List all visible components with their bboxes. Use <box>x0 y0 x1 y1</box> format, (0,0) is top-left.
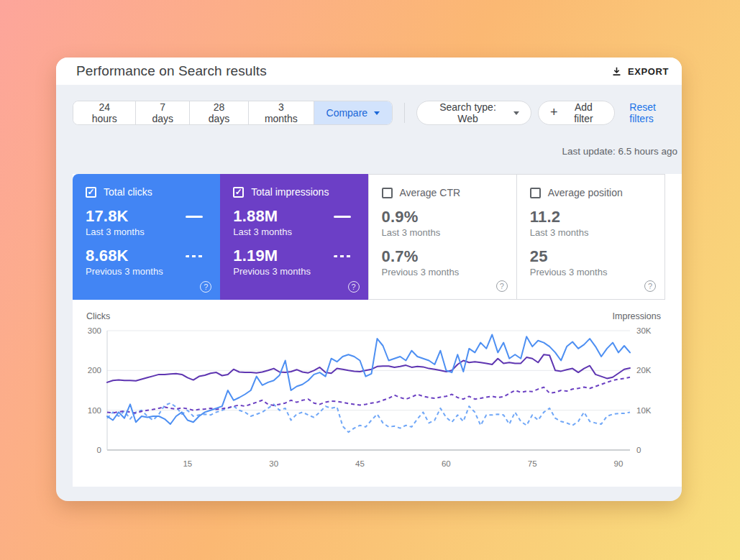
panel-header: Performance on Search results EXPORT <box>56 58 682 85</box>
help-icon[interactable]: ? <box>200 281 211 293</box>
metric-period-previous: Previous 3 months <box>530 267 652 277</box>
metric-value-previous: 25 <box>530 247 548 266</box>
metric-value-previous: 0.7% <box>382 247 419 266</box>
add-filter-button[interactable]: + Add filter <box>538 101 615 125</box>
metric-current-row: 1.88M <box>233 207 355 226</box>
metric-checkbox-row: Average position <box>530 187 652 198</box>
metric-card-average-position[interactable]: Average position 11.2 Last 3 months 25 P… <box>517 174 665 300</box>
solid-line-legend-icon <box>186 216 203 218</box>
help-icon[interactable]: ? <box>644 280 656 292</box>
range-24-hours[interactable]: 24 hours <box>73 101 135 124</box>
svg-text:75: 75 <box>528 459 537 468</box>
last-update-text: Last update: 6.5 hours ago <box>56 146 677 157</box>
metric-current-row: 0.9% <box>382 208 503 226</box>
add-filter-label: Add filter <box>564 101 603 124</box>
toolbar-divider <box>404 103 405 123</box>
metric-label: Average position <box>548 187 623 198</box>
svg-text:30: 30 <box>269 459 278 468</box>
svg-text:0: 0 <box>636 446 641 454</box>
metric-card-total-impressions[interactable]: Total impressions 1.88M Last 3 months 1.… <box>220 174 367 300</box>
performance-panel: Performance on Search results EXPORT 24 … <box>56 58 682 501</box>
metric-value-current: 11.2 <box>530 208 560 226</box>
filter-toolbar: 24 hours 7 days 28 days 3 months Compare… <box>56 85 682 125</box>
svg-text:90: 90 <box>614 459 623 468</box>
metric-checkbox-row: Total clicks <box>86 186 207 198</box>
search-type-label: Search type: Web <box>429 101 507 124</box>
metric-card-total-clicks[interactable]: Total clicks 17.8K Last 3 months 8.68K P… <box>73 174 220 300</box>
metric-period-current: Last 3 months <box>530 227 652 238</box>
metrics-and-chart-panel: Total clicks 17.8K Last 3 months 8.68K P… <box>73 174 682 487</box>
metric-label: Total clicks <box>104 186 152 198</box>
help-icon[interactable]: ? <box>496 280 508 292</box>
total-clicks-checkbox[interactable] <box>86 187 96 198</box>
compare-tab[interactable]: Compare <box>314 101 393 124</box>
svg-text:60: 60 <box>442 459 451 468</box>
performance-chart: Clicks Impressions 30030K20020K10010K001… <box>73 300 682 487</box>
svg-text:20K: 20K <box>636 366 652 375</box>
metric-period-current: Last 3 months <box>86 226 207 237</box>
metric-cards-row: Total clicks 17.8K Last 3 months 8.68K P… <box>73 174 665 300</box>
date-range-group: 24 hours 7 days 28 days 3 months Compare <box>73 101 393 125</box>
gradient-background: Performance on Search results EXPORT 24 … <box>0 0 740 560</box>
metric-period-current: Last 3 months <box>382 227 503 238</box>
search-type-dropdown[interactable]: Search type: Web <box>416 101 531 125</box>
total-impressions-checkbox[interactable] <box>233 187 244 198</box>
help-icon[interactable]: ? <box>348 281 360 293</box>
metric-previous-row: 0.7% <box>382 247 503 266</box>
metric-previous-row: 1.19M <box>233 247 355 265</box>
svg-text:10K: 10K <box>636 406 652 415</box>
svg-text:0: 0 <box>97 446 101 454</box>
metric-previous-row: 25 <box>530 247 652 266</box>
metric-period-current: Last 3 months <box>233 226 355 237</box>
svg-text:300: 300 <box>88 326 101 335</box>
export-label: EXPORT <box>628 66 669 77</box>
metric-value-current: 1.88M <box>233 207 278 226</box>
export-button[interactable]: EXPORT <box>605 61 675 82</box>
average-ctr-checkbox[interactable] <box>382 188 393 198</box>
metric-value-previous: 8.68K <box>86 247 129 265</box>
dashed-line-legend-icon <box>334 255 351 257</box>
dashed-line-legend-icon <box>186 255 203 257</box>
svg-text:100: 100 <box>88 406 101 415</box>
svg-text:200: 200 <box>88 366 101 375</box>
metric-label: Total impressions <box>251 186 329 198</box>
metric-previous-row: 8.68K <box>86 247 207 265</box>
metric-label: Average CTR <box>400 187 461 198</box>
reset-filters-link[interactable]: Reset filters <box>629 101 682 124</box>
chevron-down-icon <box>513 111 519 115</box>
svg-text:15: 15 <box>183 459 192 468</box>
metric-current-row: 11.2 <box>530 208 652 226</box>
range-28-days[interactable]: 28 days <box>189 101 248 124</box>
metric-period-previous: Previous 3 months <box>382 267 503 277</box>
chevron-down-icon <box>374 111 380 115</box>
metric-value-previous: 1.19M <box>233 247 278 265</box>
metric-checkbox-row: Average CTR <box>382 187 503 198</box>
compare-label: Compare <box>326 107 368 119</box>
metric-period-previous: Previous 3 months <box>233 266 355 277</box>
range-7-days[interactable]: 7 days <box>135 101 189 124</box>
svg-text:45: 45 <box>355 459 365 468</box>
page-title: Performance on Search results <box>76 63 267 79</box>
download-icon <box>611 65 623 78</box>
metric-card-average-ctr[interactable]: Average CTR 0.9% Last 3 months 0.7% Prev… <box>368 174 517 300</box>
solid-line-legend-icon <box>334 216 351 218</box>
range-3-months[interactable]: 3 months <box>248 101 313 124</box>
metric-value-current: 17.8K <box>86 207 129 226</box>
average-position-checkbox[interactable] <box>530 188 541 198</box>
metric-checkbox-row: Total impressions <box>233 186 355 198</box>
svg-text:30K: 30K <box>636 326 652 335</box>
metric-current-row: 17.8K <box>86 207 207 226</box>
metric-period-previous: Previous 3 months <box>86 266 207 277</box>
plus-icon: + <box>550 106 558 119</box>
metric-value-current: 0.9% <box>382 208 419 226</box>
chart-plot[interactable]: 30030K20020K10010K00153045607590 <box>73 300 682 479</box>
